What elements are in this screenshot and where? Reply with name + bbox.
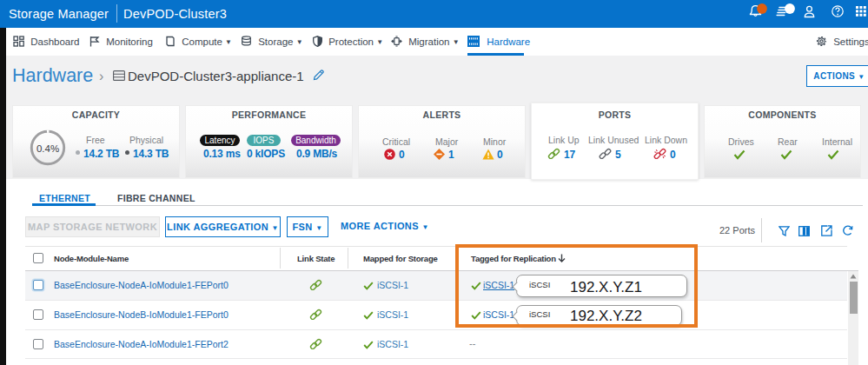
svg-text:0.4%: 0.4% [36,143,59,154]
